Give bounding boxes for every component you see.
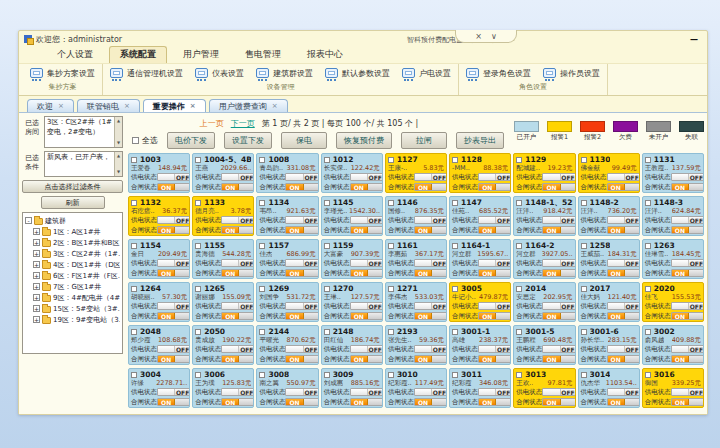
scroll-down-icon[interactable]: ▼ (117, 169, 120, 175)
supply-status-toggle[interactable]: OFF (478, 216, 511, 224)
switch-status-toggle[interactable]: ON (478, 269, 511, 277)
switch-status-toggle[interactable]: ON (221, 355, 254, 363)
switch-status-toggle[interactable]: ON (414, 312, 447, 320)
room-checkbox[interactable] (388, 243, 394, 249)
tree-item[interactable]: +7区：G区1#井 (25, 281, 120, 292)
doc-tab-1[interactable]: 联管销电× (77, 99, 140, 112)
room-card[interactable]: 3001-5王鹏程690.48元供电状态OFF合闸状态ON (513, 325, 575, 365)
supply-status-toggle[interactable]: OFF (542, 259, 575, 267)
ribbon-button[interactable]: 通信管理机设置 (110, 68, 183, 79)
room-checkbox[interactable] (324, 329, 330, 335)
room-card[interactable]: 1145李瑾光..1542.30..供电状态OFF合闸状态ON (321, 196, 383, 236)
supply-status-toggle[interactable]: OFF (414, 345, 447, 353)
supply-status-toggle[interactable]: OFF (542, 173, 575, 181)
switch-status-toggle[interactable]: ON (350, 183, 383, 191)
supply-status-toggle[interactable]: OFF (285, 259, 318, 267)
room-card[interactable]: 3001-6孙长华..283.15元供电状态OFF合闸状态ON (578, 325, 640, 365)
room-checkbox[interactable] (581, 372, 587, 378)
switch-status-toggle[interactable]: ON (350, 312, 383, 320)
room-card[interactable]: 3005牛记小..479.87元供电状态OFF合闸状态ON (449, 282, 511, 322)
room-card[interactable]: 1127王康-..5.83元供电状态OFF合闸状态ON (385, 153, 447, 193)
expander-icon[interactable]: + (33, 294, 40, 301)
room-card[interactable]: 1146国修..876.35元供电状态OFF合闸状态ON (385, 196, 447, 236)
supply-status-toggle[interactable]: OFF (414, 216, 447, 224)
supply-status-toggle[interactable]: OFF (671, 216, 704, 224)
room-card[interactable]: 1148-2汪洋..736.20元供电状态OFF合闸状态ON (578, 196, 640, 236)
expander-icon[interactable]: + (33, 239, 40, 246)
room-card[interactable]: 1270王琳..127.57元供电状态OFF合闸状态ON (321, 282, 383, 322)
switch-status-toggle[interactable]: ON (350, 226, 383, 234)
tree-item[interactable]: +1区：A区1#井 (25, 226, 120, 237)
supply-status-toggle[interactable]: OFF (350, 302, 383, 310)
switch-status-toggle[interactable]: ON (414, 183, 447, 191)
room-checkbox[interactable] (388, 200, 394, 206)
room-checkbox[interactable] (259, 243, 265, 249)
room-checkbox[interactable] (324, 286, 330, 292)
room-checkbox[interactable] (452, 329, 458, 335)
ribbon-button[interactable]: 集抄方案设置 (30, 68, 95, 79)
menu-item-0[interactable]: 个人设置 (47, 47, 103, 63)
room-checkbox[interactable] (645, 157, 651, 163)
toolbar-button[interactable]: 设置下发 (224, 132, 272, 149)
room-card[interactable]: 1130佛金献99.49元供电状态OFF合闸状态ON (578, 153, 640, 193)
supply-status-toggle[interactable]: OFF (350, 345, 383, 353)
room-card[interactable]: 1159大富豪907.39元供电状态OFF合闸状态ON (321, 239, 383, 279)
switch-status-toggle[interactable]: ON (221, 226, 254, 234)
room-checkbox[interactable] (645, 329, 651, 335)
room-checkbox[interactable] (645, 243, 651, 249)
room-card[interactable]: 1263佳琳雪..184.45元供电状态OFF合闸状态ON (642, 239, 704, 279)
room-card[interactable]: 1164-1河立群1595.67..供电状态OFF合闸状态ON (449, 239, 511, 279)
supply-status-toggle[interactable]: OFF (350, 173, 383, 181)
room-checkbox[interactable] (131, 286, 137, 292)
supply-status-toggle[interactable]: OFF (671, 388, 704, 396)
expander-icon[interactable]: + (33, 283, 40, 290)
supply-status-toggle[interactable]: OFF (414, 259, 447, 267)
supply-status-toggle[interactable]: OFF (607, 259, 640, 267)
room-card[interactable]: 3002俞风越409.88元供电状态OFF合闸状态ON (642, 325, 704, 365)
toolbar-button[interactable]: 保电 (281, 132, 327, 149)
menu-item-4[interactable]: 报表中心 (297, 47, 353, 63)
supply-status-toggle[interactable]: OFF (285, 216, 318, 224)
supply-status-toggle[interactable]: OFF (285, 388, 318, 396)
supply-status-toggle[interactable]: OFF (221, 216, 254, 224)
supply-status-toggle[interactable]: OFF (542, 216, 575, 224)
room-card[interactable]: 1265谢丽娜155.09元供电状态OFF合闸状态ON (192, 282, 254, 322)
room-checkbox[interactable] (645, 286, 651, 292)
room-checkbox[interactable] (452, 372, 458, 378)
expander-icon[interactable]: + (33, 261, 40, 268)
room-card[interactable]: 3001-1高雄238.37元供电状态OFF合闸状态ON (449, 325, 511, 365)
ribbon-button[interactable]: 操作员设置 (543, 68, 600, 79)
room-card[interactable]: 3004许缘2278.71..供电状态OFF合闸状态ON (128, 368, 190, 408)
tree-item[interactable]: +2区：B区1#井和B区1 (25, 237, 120, 248)
switch-status-toggle[interactable]: ON (478, 355, 511, 363)
switch-status-toggle[interactable]: ON (221, 312, 254, 320)
switch-status-toggle[interactable]: ON (157, 355, 190, 363)
room-checkbox[interactable] (195, 200, 201, 206)
ribbon-button[interactable]: 仪表设置 (195, 68, 244, 79)
room-checkbox[interactable] (259, 329, 265, 335)
supply-status-toggle[interactable]: OFF (478, 388, 511, 396)
tree-item[interactable]: +4区：D区1#井（D区… (25, 259, 120, 270)
switch-status-toggle[interactable]: ON (671, 355, 704, 363)
room-card[interactable]: 1132石疙瘩..36.37元供电状态OFF合闸状态ON (128, 196, 190, 236)
room-card[interactable]: 1148-3汪洋..624.84元供电状态OFF合闸状态ON (642, 196, 704, 236)
room-checkbox[interactable] (581, 243, 587, 249)
room-card[interactable]: 3016御国339.25元供电状态OFF合闸状态ON (642, 368, 704, 408)
room-card[interactable]: 2050贵成放190.22元供电状态OFF合闸状态ON (192, 325, 254, 365)
room-card[interactable]: 1004-5、4B-王燕2029.66..供电状态OFF合闸状态ON (192, 153, 254, 193)
room-checkbox[interactable] (131, 243, 137, 249)
switch-status-toggle[interactable]: ON (671, 312, 704, 320)
switch-status-toggle[interactable]: ON (414, 398, 447, 406)
minimize-button[interactable]: — (686, 35, 702, 44)
supply-status-toggle[interactable]: OFF (221, 173, 254, 181)
room-checkbox[interactable] (195, 372, 201, 378)
room-card[interactable]: 2148田红仙186.74元供电状态OFF合闸状态ON (321, 325, 383, 365)
supply-status-toggle[interactable]: OFF (478, 173, 511, 181)
supply-status-toggle[interactable]: OFF (414, 302, 447, 310)
switch-status-toggle[interactable]: ON (221, 398, 254, 406)
ribbon-button[interactable]: 登录角色设置 (466, 68, 531, 79)
room-checkbox[interactable] (131, 329, 137, 335)
expander-icon[interactable]: + (33, 316, 40, 323)
room-card[interactable]: 1129配城建..19.23元供电状态OFF合闸状态ON (513, 153, 575, 193)
switch-status-toggle[interactable]: ON (157, 312, 190, 320)
